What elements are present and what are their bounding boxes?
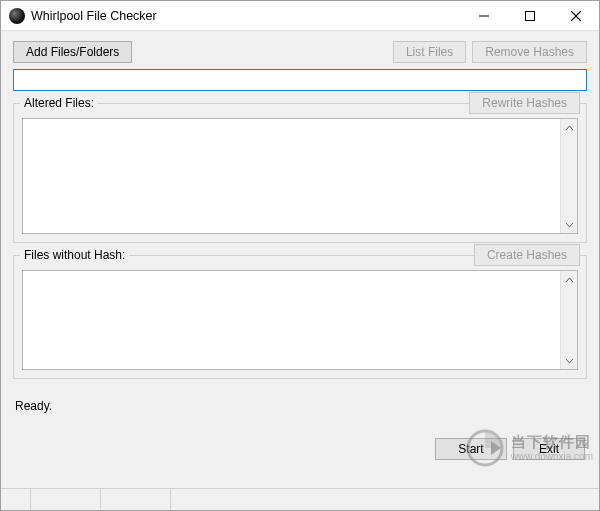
altered-files-textarea-wrap — [22, 118, 578, 234]
altered-files-label: Altered Files: — [20, 96, 98, 110]
scroll-down-icon — [561, 352, 577, 369]
maximize-icon — [525, 11, 535, 21]
nohash-scrollbar[interactable] — [560, 271, 577, 369]
statusbar-cell — [101, 489, 171, 510]
nohash-files-textarea-wrap — [22, 270, 578, 370]
scroll-up-icon — [561, 119, 577, 136]
title-bar: Whirlpool File Checker — [1, 1, 599, 31]
statusbar-cell — [1, 489, 31, 510]
altered-group-header: Altered Files: Rewrite Hashes — [20, 92, 580, 114]
svg-rect-1 — [526, 11, 535, 20]
maximize-button[interactable] — [507, 1, 553, 31]
statusbar-cell — [31, 489, 101, 510]
scroll-down-icon — [561, 216, 577, 233]
altered-files-textarea[interactable] — [23, 119, 560, 233]
nohash-files-label: Files without Hash: — [20, 248, 129, 262]
bottom-button-row: Start Exit — [429, 438, 585, 460]
nohash-files-group: Files without Hash: Create Hashes — [13, 255, 587, 379]
altered-scrollbar[interactable] — [560, 119, 577, 233]
close-icon — [571, 11, 581, 21]
scroll-up-icon — [561, 271, 577, 288]
toolbar-row: Add Files/Folders List Files Remove Hash… — [13, 41, 587, 63]
add-files-button[interactable]: Add Files/Folders — [13, 41, 132, 63]
exit-button[interactable]: Exit — [513, 438, 585, 460]
nohash-files-textarea[interactable] — [23, 271, 560, 369]
minimize-button[interactable] — [461, 1, 507, 31]
list-files-button[interactable]: List Files — [393, 41, 466, 63]
window-title: Whirlpool File Checker — [31, 9, 157, 23]
status-bar — [1, 488, 599, 510]
rewrite-hashes-button[interactable]: Rewrite Hashes — [469, 92, 580, 114]
client-area: Add Files/Folders List Files Remove Hash… — [1, 31, 599, 488]
nohash-group-header: Files without Hash: Create Hashes — [20, 244, 580, 266]
app-icon — [9, 8, 25, 24]
window-root: Whirlpool File Checker Add Files/Folders… — [0, 0, 600, 511]
remove-hashes-button[interactable]: Remove Hashes — [472, 41, 587, 63]
altered-files-group: Altered Files: Rewrite Hashes — [13, 103, 587, 243]
start-button[interactable]: Start — [435, 438, 507, 460]
close-button[interactable] — [553, 1, 599, 31]
create-hashes-button[interactable]: Create Hashes — [474, 244, 580, 266]
path-input[interactable] — [13, 69, 587, 91]
minimize-icon — [479, 11, 489, 21]
status-text: Ready. — [13, 391, 587, 419]
